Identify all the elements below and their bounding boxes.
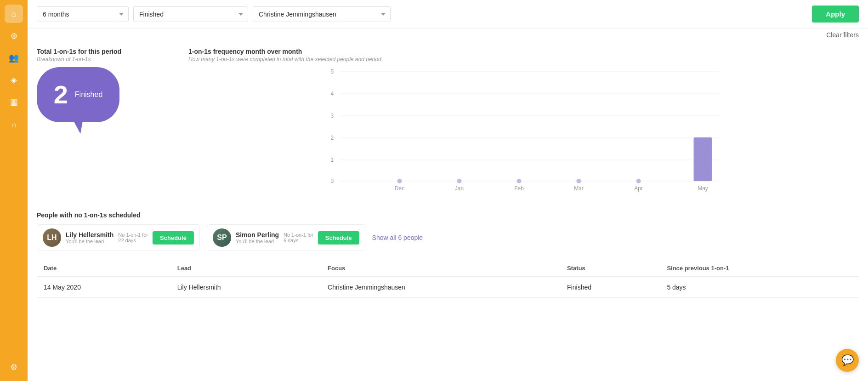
show-all-button[interactable]: Show all 6 people	[372, 234, 423, 241]
col-header-date: Date	[37, 260, 170, 277]
clear-filters-row: Clear filters	[28, 28, 868, 43]
col-header-since: Since previous 1-on-1	[660, 260, 859, 277]
svg-point-16	[517, 179, 522, 183]
content-area: Total 1-on-1s for this period Breakdown …	[28, 43, 868, 307]
svg-text:0: 0	[331, 178, 334, 184]
svg-text:Feb: Feb	[514, 185, 524, 192]
sidebar-icon-game[interactable]: ◈	[5, 71, 23, 89]
table-header: Date Lead Focus Status Since previous 1-…	[37, 260, 859, 277]
svg-point-18	[577, 179, 581, 183]
person-select[interactable]: Christine JemmingshausenAll people	[253, 6, 391, 22]
chart-title: 1-on-1s frequency month over month	[188, 48, 859, 55]
col-header-status: Status	[560, 260, 660, 277]
bubble-number: 2	[54, 82, 68, 108]
sidebar-icon-home[interactable]: ⌂	[5, 5, 23, 23]
svg-text:5: 5	[331, 68, 334, 75]
status-select[interactable]: FinishedScheduledCancelled	[133, 6, 248, 22]
chart-box: 1-on-1s frequency month over month How m…	[188, 48, 859, 198]
svg-text:4: 4	[331, 91, 334, 97]
svg-text:Dec: Dec	[395, 185, 404, 192]
sidebar: ⌂ ⊕ 👥 ◈ ▦ ⑃ ⚙	[0, 0, 28, 381]
apply-button[interactable]: Apply	[812, 6, 859, 23]
stat-title: Total 1-on-1s for this period	[37, 48, 175, 55]
stats-row: Total 1-on-1s for this period Breakdown …	[37, 48, 859, 198]
speech-bubble-container: 2 Finished	[37, 67, 129, 122]
svg-text:Jan: Jan	[455, 185, 464, 192]
col-header-lead: Lead	[170, 260, 321, 277]
sidebar-icon-add[interactable]: ⊕	[5, 27, 23, 45]
svg-text:1: 1	[331, 157, 334, 163]
total-stat-box: Total 1-on-1s for this period Breakdown …	[37, 48, 175, 198]
person-sub-lily: You'll be the lead	[66, 239, 113, 244]
person-info-lily: Lily Hellersmith You'll be the lead	[66, 231, 113, 244]
cell-status: Finished	[560, 277, 660, 298]
bubble-label: Finished	[75, 91, 102, 99]
avatar-simon: SP	[213, 228, 231, 247]
no-1on1-title: People with no 1-on-1s scheduled	[37, 211, 859, 219]
svg-point-14	[457, 179, 462, 183]
svg-text:2: 2	[331, 135, 334, 141]
1on1-table: Date Lead Focus Status Since previous 1-…	[37, 260, 859, 298]
avatar-lily: LH	[43, 228, 61, 247]
person-info-simon: Simon Perling You'll be the lead	[236, 231, 279, 244]
cell-date: 14 May 2020	[37, 277, 170, 298]
cell-since: 5 days	[660, 277, 859, 298]
person-card-lily: LH Lily Hellersmith You'll be the lead N…	[37, 224, 200, 251]
table-row[interactable]: 14 May 2020Lily HellersmithChristine Jem…	[37, 277, 859, 298]
table-body: 14 May 2020Lily HellersmithChristine Jem…	[37, 277, 859, 298]
person-name-simon: Simon Perling	[236, 231, 279, 239]
stat-subtitle: Breakdown of 1-on-1s	[37, 56, 175, 63]
frequency-chart: 5 4 3 2 1 0 Dec	[188, 67, 859, 196]
person-name-lily: Lily Hellersmith	[66, 231, 113, 239]
cell-focus: Christine Jemmingshausen	[321, 277, 560, 298]
chart-subtitle: How many 1-on-1s were completed in total…	[188, 56, 859, 63]
person-card-simon: SP Simon Perling You'll be the lead No 1…	[207, 224, 365, 251]
sidebar-icon-settings[interactable]: ⚙	[5, 358, 23, 376]
people-row: LH Lily Hellersmith You'll be the lead N…	[37, 224, 859, 251]
person-no1on1-lily: No 1-on-1 for 22 days	[118, 232, 148, 243]
schedule-button-simon[interactable]: Schedule	[318, 231, 359, 245]
schedule-button-lily[interactable]: Schedule	[153, 231, 194, 245]
speech-bubble: 2 Finished	[37, 67, 119, 122]
period-select[interactable]: 6 months3 months1 month1 year	[37, 6, 129, 22]
no-1on1-section: People with no 1-on-1s scheduled LH Lily…	[37, 211, 859, 251]
col-header-focus: Focus	[321, 260, 560, 277]
filters-bar: 6 months3 months1 month1 year FinishedSc…	[28, 0, 868, 28]
person-no1on1-simon: No 1-on-1 for 6 days	[284, 232, 313, 243]
svg-text:Apr: Apr	[634, 185, 643, 192]
svg-text:3: 3	[331, 113, 334, 119]
table-section: Date Lead Focus Status Since previous 1-…	[37, 260, 859, 298]
cell-lead: Lily Hellersmith	[170, 277, 321, 298]
person-sub-simon: You'll be the lead	[236, 239, 279, 244]
chat-button[interactable]: 💬	[836, 349, 859, 372]
svg-text:Mar: Mar	[574, 185, 584, 192]
sidebar-icon-table[interactable]: ▦	[5, 93, 23, 111]
svg-text:May: May	[698, 185, 708, 192]
main-content: 6 months3 months1 month1 year FinishedSc…	[28, 0, 868, 381]
clear-filters-button[interactable]: Clear filters	[826, 31, 859, 39]
svg-point-12	[397, 179, 402, 183]
sidebar-icon-hierarchy[interactable]: ⑃	[5, 115, 23, 133]
sidebar-icon-people[interactable]: 👥	[5, 49, 23, 67]
svg-rect-22	[694, 137, 712, 181]
svg-point-20	[636, 179, 641, 183]
